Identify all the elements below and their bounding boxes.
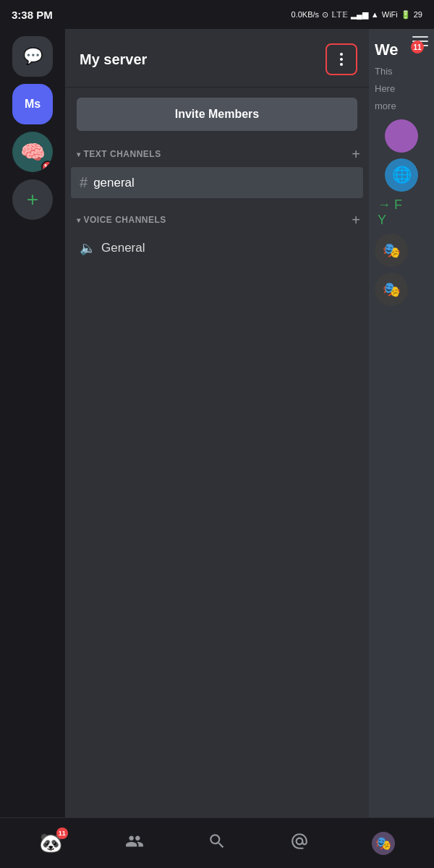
battery-icon: 🔋	[401, 10, 411, 20]
more-options-button[interactable]	[326, 43, 357, 75]
tab-search[interactable]	[200, 827, 234, 859]
channel-panel: My server Invite Members ▾ TEXT CHANNELS…	[65, 29, 369, 817]
text-channels-label: ▾ TEXT CHANNELS	[77, 149, 161, 159]
right-text-1: This	[375, 65, 428, 78]
right-peek-panel: 11 We This Here more 🌐 → F Y 🎭 🎭	[369, 29, 434, 817]
voice-channel-name-general: General	[101, 241, 145, 255]
dot2	[340, 58, 343, 61]
status-icons: 0.0KB/s ⊙ 𝕃𝕋𝔼 ▂▄▆ ▲ WiFi 🔋 29	[292, 10, 422, 20]
arrow-label: → F	[378, 197, 402, 212]
voice-channels-chevron: ▾	[77, 216, 81, 224]
voice-channels-label: ▾ VOICE CHANNELS	[77, 215, 166, 225]
tab-home[interactable]: 🐼 11	[32, 827, 69, 859]
right-avatar-anime2: 🎭	[375, 273, 408, 306]
add-icon: +	[27, 188, 38, 211]
chat-bubble-icon: 💬	[23, 47, 43, 66]
text-channels-chevron: ▾	[77, 150, 81, 158]
bottom-tab-bar: 🐼 11 🎭	[0, 817, 434, 868]
mentions-icon	[290, 832, 309, 855]
profile-avatar: 🎭	[372, 832, 395, 855]
avatar-badge: 11	[41, 161, 53, 172]
status-time: 3:38 PM	[12, 9, 53, 21]
arrow-sub: Y	[378, 213, 386, 227]
signal-icon: ⊙	[322, 10, 328, 20]
signal-bars: ▂▄▆	[351, 10, 368, 20]
server-abbr: Ms	[25, 98, 41, 111]
sidebar-item-ms-server[interactable]: Ms	[12, 84, 53, 124]
voice-channels-title: VOICE CHANNELS	[84, 215, 166, 225]
sidebar-item-add-server[interactable]: +	[12, 179, 53, 220]
more-dots-icon	[340, 53, 343, 66]
avatar-image: 🧠	[20, 140, 46, 164]
left-sidebar: 💬 Ms 🧠 11 +	[0, 29, 65, 817]
wifi-icon: ▲	[371, 10, 379, 19]
right-avatar-blue: 🌐	[385, 158, 418, 192]
tab-mentions[interactable]	[283, 827, 316, 859]
lte-icon: 𝕃𝕋𝔼	[331, 10, 348, 20]
sidebar-item-avatar[interactable]: 🧠 11	[12, 132, 53, 172]
right-menu-icon[interactable]: 11	[412, 36, 428, 46]
channel-list: ▾ TEXT CHANNELS + # general ▾ VOICE CHAN…	[65, 141, 369, 817]
right-avatar-purple	[385, 119, 418, 153]
sidebar-item-chat[interactable]: 💬	[12, 36, 53, 77]
home-badge: 11	[56, 827, 68, 839]
hash-icon: #	[80, 174, 88, 191]
dot1	[340, 53, 343, 56]
right-arrow-text: → F Y	[375, 197, 428, 228]
voice-channels-add-button[interactable]: +	[352, 213, 360, 227]
channel-item-voice-general[interactable]: 🔈 General	[71, 233, 363, 263]
friends-icon	[125, 832, 144, 855]
text-channels-title: TEXT CHANNELS	[84, 149, 161, 159]
channel-name-general: general	[93, 176, 135, 190]
right-avatar-anime1: 🎭	[375, 234, 408, 267]
right-content: We This Here more 🌐 → F Y 🎭 🎭	[369, 29, 434, 318]
invite-members-button[interactable]: Invite Members	[77, 98, 357, 131]
right-text-2: Here	[375, 82, 428, 95]
text-channels-category[interactable]: ▾ TEXT CHANNELS +	[65, 141, 369, 166]
menu-badge: 11	[411, 41, 424, 54]
wifi-signal: WiFi	[382, 10, 398, 19]
status-bar: 3:38 PM 0.0KB/s ⊙ 𝕃𝕋𝔼 ▂▄▆ ▲ WiFi 🔋 29	[0, 0, 434, 29]
voice-channels-category[interactable]: ▾ VOICE CHANNELS +	[65, 207, 369, 231]
search-icon	[208, 832, 226, 855]
network-speed: 0.0KB/s	[292, 10, 320, 19]
text-channels-add-button[interactable]: +	[352, 147, 360, 161]
speaker-icon: 🔈	[80, 240, 95, 256]
channel-item-general[interactable]: # general	[71, 167, 363, 198]
menu-line-1	[412, 36, 428, 38]
channel-header: My server	[65, 29, 369, 88]
tab-profile[interactable]: 🎭	[365, 827, 402, 859]
battery-level: 29	[414, 10, 422, 19]
right-text-3: more	[375, 100, 428, 113]
tab-friends[interactable]	[118, 827, 151, 859]
server-name: My server	[80, 51, 147, 68]
dot3	[340, 63, 343, 66]
